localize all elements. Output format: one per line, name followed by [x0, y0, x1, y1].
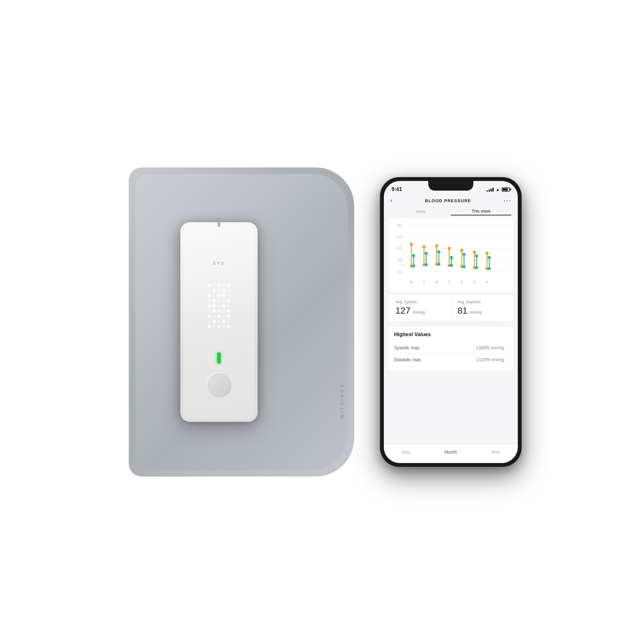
tab-this-week[interactable]: This week — [451, 207, 511, 215]
dot — [208, 325, 211, 328]
dot — [227, 325, 230, 328]
dot-row — [208, 289, 230, 292]
svg-point-46 — [462, 265, 466, 268]
dot — [218, 325, 220, 328]
dot — [218, 315, 220, 317]
svg-text:M: M — [410, 280, 413, 284]
chevron-right-icon-2: › — [506, 357, 507, 362]
dot — [223, 310, 225, 312]
highest-values-title: Highest Values — [394, 332, 507, 337]
phone-frame: 9:41 ▲ — [380, 177, 522, 467]
back-button[interactable]: ‹ — [390, 196, 393, 205]
systolic-stat: Avg. Systolic 127 mmHg — [395, 300, 444, 316]
dot — [213, 310, 215, 312]
diastolic-max-label: Diastolic max — [394, 357, 421, 362]
phone: 9:41 ▲ — [380, 177, 522, 467]
tab-month[interactable]: Month — [429, 448, 473, 457]
dot — [227, 310, 230, 312]
dot — [213, 305, 215, 307]
dot-row — [208, 284, 230, 287]
dot — [218, 305, 220, 307]
svg-point-22 — [412, 264, 415, 268]
dot — [223, 289, 225, 292]
svg-text:60: 60 — [398, 270, 402, 274]
svg-text:T: T — [423, 280, 425, 284]
dot — [227, 305, 230, 307]
svg-point-40 — [450, 264, 453, 267]
dot — [227, 299, 230, 302]
dot — [208, 289, 211, 292]
power-button[interactable] — [208, 374, 230, 396]
svg-text:F: F — [461, 280, 463, 284]
dot-row — [208, 325, 230, 328]
systolic-max-value: 138/85 mmHg › — [476, 345, 507, 350]
phone-screen: 9:41 ▲ — [384, 181, 518, 463]
dot-display — [200, 274, 238, 338]
diastolic-max-value: 132/89 mmHg › — [476, 357, 507, 362]
svg-point-54 — [486, 251, 489, 255]
svg-point-36 — [448, 247, 451, 250]
svg-point-42 — [460, 249, 463, 252]
svg-point-27 — [425, 252, 428, 255]
more-button[interactable]: ··· — [504, 196, 511, 205]
systolic-label: Avg. Systolic — [395, 300, 444, 304]
tab-year[interactable]: Year — [473, 448, 518, 457]
device-body: SYS — [180, 222, 258, 422]
tab-day[interactable]: Day — [384, 448, 429, 457]
dot — [213, 299, 215, 302]
svg-point-51 — [475, 254, 478, 258]
diastolic-stat: Avg. Diastolic 81 mmHg — [458, 300, 507, 316]
systolic-value: 127 — [395, 306, 411, 316]
signal-bar-2 — [488, 190, 490, 192]
dot — [223, 299, 225, 302]
svg-point-58 — [488, 267, 491, 270]
dot — [218, 320, 220, 323]
dot — [213, 315, 215, 317]
nav-bar: ‹ BLOOD PRESSURE ··· — [384, 195, 518, 207]
chart-svg: 140 120 100 80 60 M T W T F S S — [391, 221, 511, 289]
battery-fill — [503, 188, 508, 191]
status-icons: ▲ — [487, 187, 510, 192]
dot — [213, 325, 215, 328]
systolic-max-label: Systolic max — [394, 345, 420, 350]
svg-text:S: S — [473, 280, 476, 284]
diastolic-value-row: 81 mmHg — [458, 306, 507, 316]
signal-bar-4 — [492, 188, 494, 192]
nav-title: BLOOD PRESSURE — [425, 198, 471, 203]
signal-bars — [487, 187, 494, 192]
diastolic-label: Avg. Diastolic — [458, 300, 507, 304]
status-time: 9:41 — [392, 186, 402, 192]
scene: WITHINGS SYS — [32, 32, 612, 612]
zipper — [218, 217, 220, 227]
dot — [208, 320, 211, 323]
sys-label: SYS — [213, 261, 225, 266]
svg-text:80: 80 — [398, 258, 402, 262]
tab-week-prev[interactable]: week — [390, 208, 451, 215]
svg-point-48 — [473, 251, 476, 254]
green-indicator — [217, 352, 221, 364]
svg-point-34 — [437, 262, 440, 266]
systolic-value-row: 127 mmHg — [395, 306, 444, 316]
svg-point-52 — [475, 266, 478, 269]
systolic-unit: mmHg — [412, 310, 425, 315]
dot — [213, 284, 215, 287]
dot — [218, 284, 220, 287]
dot — [223, 294, 225, 297]
dot-row — [208, 315, 230, 317]
dot — [208, 305, 211, 307]
dot — [218, 289, 220, 292]
wifi-icon: ▲ — [496, 187, 500, 192]
systolic-max-row[interactable]: Systolic max 138/85 mmHg › — [394, 342, 507, 354]
svg-text:S: S — [486, 280, 488, 284]
svg-point-30 — [435, 244, 438, 248]
stats-section: Avg. Systolic 127 mmHg Avg. Diastolic 81… — [388, 295, 514, 321]
dot — [227, 289, 230, 292]
diastolic-max-row[interactable]: Diastolic max 132/89 mmHg › — [394, 354, 507, 365]
signal-bar-3 — [490, 189, 492, 192]
highest-values-section: Highest Values Systolic max 138/85 mmHg … — [388, 327, 514, 371]
bottom-tabs: Day Month Year — [384, 444, 518, 463]
chevron-right-icon: › — [506, 345, 507, 350]
dot — [227, 315, 230, 317]
signal-bar-1 — [487, 190, 488, 192]
svg-point-33 — [437, 250, 440, 253]
